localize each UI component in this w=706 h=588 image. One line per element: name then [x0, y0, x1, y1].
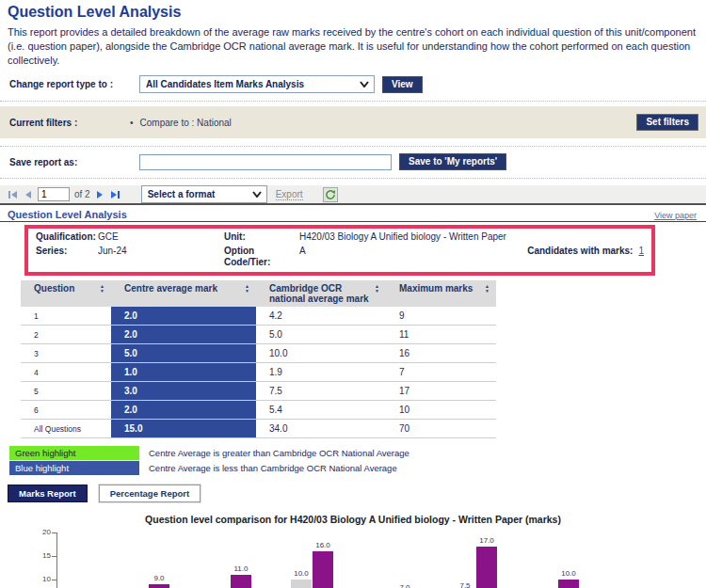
- highlight-legend-description: Centre Average is less than Cambridge OC…: [139, 461, 397, 475]
- candidates-with-marks: Candidates with marks:1: [473, 246, 644, 268]
- blue-highlight-swatch: Blue highlight: [9, 461, 139, 475]
- report-type-selected-value: All Candidates Item Marks Analysis: [146, 79, 304, 89]
- question-cell: 2: [21, 326, 111, 344]
- sort-icon: ▲▼: [375, 284, 379, 294]
- bar-maximum-marks-q5: [476, 547, 497, 588]
- maximum-marks-cell: 11: [386, 326, 496, 344]
- qualification-label: Qualification:: [36, 231, 98, 243]
- chevron-down-icon: [252, 189, 262, 199]
- bar-value-label: 10.0: [550, 569, 587, 578]
- y-tick-label: 15: [26, 551, 51, 560]
- chevron-down-icon: [360, 79, 369, 89]
- table-row: 35.010.016: [21, 344, 496, 363]
- maximum-marks-cell: 17: [386, 382, 496, 401]
- save-to-my-reports-button[interactable]: Save to 'My reports': [399, 153, 506, 170]
- export-format-value: Select a format: [148, 189, 216, 199]
- export-format-select[interactable]: Select a format: [141, 185, 267, 203]
- sort-icon: ▲▼: [485, 284, 489, 294]
- view-button[interactable]: View: [382, 76, 423, 93]
- unit-label: Unit:: [224, 231, 299, 243]
- series-label: Series:: [36, 246, 98, 268]
- table-row: 41.01.97: [21, 363, 496, 382]
- column-header-maximum-marks[interactable]: Maximum marks▲▼: [386, 280, 496, 307]
- qla-table-body: 12.04.2922.05.01135.010.01641.01.9753.07…: [21, 307, 496, 438]
- column-header-centre-average-mark[interactable]: Centre average mark▲▼: [111, 280, 256, 307]
- sort-icon: ▲▼: [100, 284, 104, 294]
- page-number-input[interactable]: [38, 187, 70, 201]
- maximum-marks-cell: 10: [386, 401, 496, 420]
- chart-title: Question level comparison for H420/03 Bi…: [0, 514, 706, 525]
- report-type-select[interactable]: All Candidates Item Marks Analysis: [139, 75, 375, 93]
- centre-average-cell: 5.0: [111, 344, 256, 363]
- table-row: 62.05.410: [21, 401, 496, 420]
- highlight-legend-description: Centre Average is greater than Cambridge…: [139, 446, 409, 460]
- divider: [0, 146, 706, 147]
- table-row: 53.07.517: [21, 382, 496, 401]
- page-title: Question Level Analysis: [8, 4, 706, 21]
- series-value: Jun-24: [98, 246, 224, 268]
- first-page-button[interactable]: [7, 191, 19, 199]
- bar-value-label: 16.0: [304, 541, 342, 549]
- national-average-cell: 5.0: [256, 326, 386, 344]
- question-cell: 1: [21, 307, 111, 326]
- column-header-cambridge-ocr-national-average-mark[interactable]: Cambridge OCR national average mark▲▼: [256, 280, 386, 307]
- export-link[interactable]: Export: [276, 189, 303, 200]
- national-average-cell: 7.5: [256, 382, 386, 401]
- section-title: Question Level Analysis: [8, 209, 127, 220]
- set-filters-button[interactable]: Set filters: [636, 114, 698, 131]
- previous-page-button[interactable]: [24, 191, 33, 199]
- page-description: This report provides a detailed breakdow…: [8, 25, 698, 68]
- candidates-with-marks-link[interactable]: 1: [638, 246, 644, 256]
- y-tick-label: 20: [26, 528, 51, 536]
- question-cell: 5: [21, 382, 111, 401]
- bar-maximum-marks-q3: [313, 551, 333, 588]
- maximum-marks-cell: 7: [386, 363, 496, 382]
- centre-average-cell: 1.0: [111, 363, 256, 382]
- centre-average-cell: 2.0: [111, 326, 256, 344]
- centre-average-cell: 2.0: [111, 401, 256, 420]
- national-average-cell: 34.0: [256, 420, 386, 438]
- bar-value-label: 7.0: [386, 583, 424, 588]
- column-header-question[interactable]: Question▲▼: [21, 280, 111, 307]
- option-code-tier-label: Option Code/Tier:: [224, 246, 299, 268]
- table-row: 22.05.011: [21, 326, 496, 344]
- bar-cambridge-ocr-national-average-mark-q3: [291, 580, 312, 588]
- section-header-row: Question Level Analysis View paper: [0, 209, 706, 222]
- last-page-button[interactable]: [109, 191, 121, 199]
- highlight-legend-row: Green highlightCentre Average is greater…: [9, 446, 706, 460]
- table-header-row: Question▲▼Centre average mark▲▼Cambridge…: [21, 280, 496, 307]
- report-type-row: Change report type to : All Candidates I…: [9, 75, 706, 93]
- national-average-cell: 4.2: [256, 307, 386, 326]
- y-tick-label: 10: [26, 575, 51, 583]
- bar-value-label: 9.0: [140, 574, 178, 582]
- unit-value: H420/03 Biology A Unified biology - Writ…: [299, 231, 644, 243]
- save-report-row: Save report as: Save to 'My reports': [9, 153, 706, 170]
- bar-value-label: 17.0: [468, 536, 505, 545]
- report-toggle-buttons: Marks Report Percentage Report: [8, 485, 706, 502]
- report-type-label: Change report type to :: [9, 79, 139, 89]
- sort-icon: ▲▼: [245, 284, 249, 294]
- bar-chart: 051015202.04.29.012.05.011.025.010.016.0…: [0, 527, 706, 588]
- next-page-button[interactable]: [95, 191, 104, 199]
- highlight-legend-row: Blue highlightCentre Average is less tha…: [9, 461, 706, 475]
- save-report-input[interactable]: [139, 154, 392, 170]
- percentage-report-button[interactable]: Percentage Report: [99, 485, 201, 502]
- save-report-label: Save report as:: [9, 157, 139, 167]
- maximum-marks-cell: 9: [386, 307, 496, 326]
- candidates-with-marks-label: Candidates with marks:: [527, 246, 633, 256]
- view-paper-link[interactable]: View paper: [654, 211, 697, 220]
- national-average-cell: 5.4: [256, 401, 386, 420]
- refresh-icon[interactable]: [323, 187, 338, 202]
- green-highlight-swatch: Green highlight: [9, 446, 139, 460]
- table-row: All Questions15.034.070: [21, 420, 496, 438]
- centre-average-cell: 3.0: [111, 382, 256, 401]
- question-cell: All Questions: [21, 420, 111, 438]
- marks-report-button[interactable]: Marks Report: [8, 485, 88, 502]
- bar-maximum-marks-q1: [149, 584, 169, 588]
- bar-maximum-marks-q6: [558, 580, 579, 588]
- bar-value-label: 11.0: [222, 564, 260, 573]
- y-axis: [56, 532, 57, 588]
- question-analysis-table: Question▲▼Centre average mark▲▼Cambridge…: [21, 280, 496, 438]
- question-cell: 4: [21, 363, 111, 382]
- qualification-value: GCE: [98, 231, 224, 243]
